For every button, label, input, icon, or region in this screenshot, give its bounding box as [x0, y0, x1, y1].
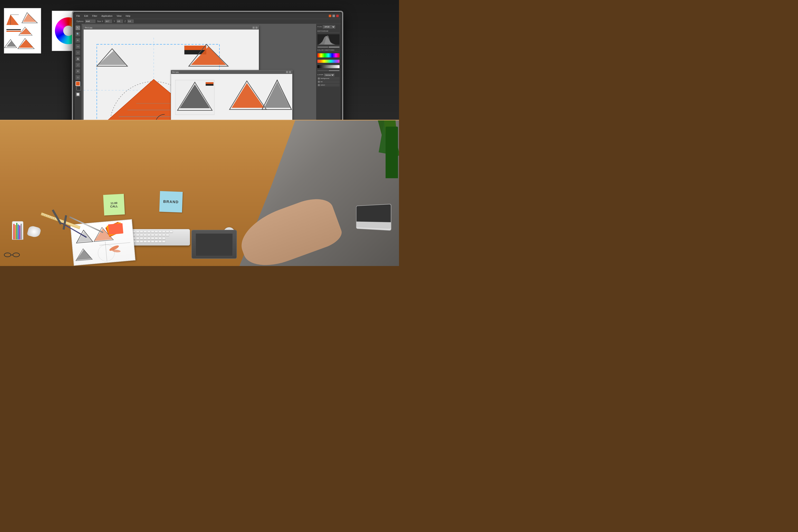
profile-select[interactable]: sRGB Adobe RGB [323, 25, 335, 28]
keyboard-key[interactable] [136, 230, 139, 233]
layer-visibility-sel[interactable] [318, 84, 320, 86]
menu-application[interactable]: Application [101, 15, 113, 17]
doc2-minimize[interactable] [286, 71, 288, 73]
ellipse-tool[interactable]: ○ [76, 51, 80, 55]
keyboard-key[interactable] [162, 237, 166, 240]
menu-bar: File Edit Filter Application View Help [74, 13, 341, 19]
fg-color[interactable] [76, 81, 80, 86]
keyboard-key[interactable] [162, 230, 166, 233]
keyboard-key[interactable] [140, 234, 143, 236]
svg-rect-20 [185, 45, 206, 50]
glasses-left-lens [4, 252, 11, 257]
color-fan [107, 220, 125, 235]
layer-visibility-bg[interactable] [318, 77, 320, 79]
keyboard-key[interactable] [136, 237, 139, 240]
doc-titlebar-1: file12.jpg [84, 26, 259, 30]
drawing-tablet[interactable] [191, 230, 237, 259]
keyboard-key[interactable] [140, 237, 143, 240]
keyboard-key[interactable] [151, 234, 154, 236]
rectangle-tool[interactable]: ▭ [76, 44, 80, 49]
crop-tool[interactable]: ⊹ [76, 75, 80, 80]
doc-titlebar-2: file2.jpg [171, 70, 292, 74]
keyboard-key[interactable] [151, 230, 154, 233]
svg-marker-18 [98, 51, 126, 65]
extra-tool[interactable]: ⬜ [76, 92, 80, 97]
move-tool[interactable]: ↖ [76, 25, 80, 30]
keyboard-key[interactable] [151, 237, 154, 240]
color-gradient[interactable] [318, 65, 340, 68]
keyboard-key[interactable] [151, 241, 154, 243]
options-level-input[interactable] [85, 20, 95, 23]
tablet-surface[interactable] [195, 233, 233, 256]
keyboard-key[interactable] [144, 234, 147, 236]
layer-visibility-bd[interactable] [318, 81, 320, 83]
keyboard-key[interactable] [144, 237, 147, 240]
size-y-input[interactable] [117, 20, 123, 23]
keyboard-key[interactable] [140, 230, 143, 233]
keyboard-key[interactable] [140, 241, 143, 243]
menu-help[interactable]: Help [126, 15, 130, 17]
svg-line-61 [105, 242, 107, 261]
menu-edit[interactable]: Edit [84, 15, 88, 17]
menu-file[interactable]: File [76, 15, 80, 17]
layer-select[interactable]: select [318, 84, 340, 87]
sticky-blue-text: BRAND [163, 199, 179, 204]
text-italic-tool[interactable]: i [76, 63, 80, 67]
plant [374, 120, 399, 179]
keyboard-key[interactable] [162, 241, 166, 243]
sticky-green-line2: CALL [110, 205, 118, 208]
zoom-tool[interactable]: 🔍 [76, 32, 80, 36]
restore-button[interactable] [332, 15, 335, 17]
keyboard-key[interactable] [158, 241, 162, 243]
keyboard-key[interactable] [136, 241, 139, 243]
keyboard-key[interactable] [155, 234, 158, 236]
glasses-bridge [11, 255, 13, 255]
brush-tool[interactable]: ✏ [76, 38, 80, 42]
desk-surface: 11:00 CALL BRAND // This will be done vi… [0, 120, 399, 266]
keyboard-key[interactable] [158, 237, 162, 240]
doc-close[interactable] [255, 27, 258, 29]
keyboard-key[interactable] [147, 230, 151, 233]
keyboard-key[interactable] [144, 241, 147, 243]
menu-filter[interactable]: Filter [92, 15, 97, 17]
transform-tool[interactable]: ✕ [76, 69, 80, 74]
keyboard-key[interactable] [144, 230, 147, 233]
text-tool[interactable]: A [76, 57, 80, 61]
svg-rect-37 [206, 82, 213, 84]
minimize-button[interactable] [329, 15, 331, 17]
keyboard-key[interactable] [147, 237, 151, 240]
glasses [4, 252, 20, 259]
svg-marker-41 [264, 82, 290, 108]
keyboard-key[interactable] [147, 234, 151, 236]
menu-view[interactable]: View [117, 15, 122, 17]
keyboard-key[interactable] [158, 234, 162, 236]
color-spectrum-2[interactable] [318, 60, 340, 63]
doc-minimize[interactable] [252, 27, 255, 29]
sticky-note-green: 11:00 CALL [103, 194, 125, 215]
layer-background[interactable]: background [318, 77, 340, 80]
size-z-label: Z [125, 20, 126, 22]
layer-mode-select[interactable]: Normal Multiply [324, 74, 334, 76]
doc2-close[interactable] [289, 71, 291, 73]
size-x-input[interactable] [105, 20, 112, 23]
svg-marker-4 [23, 14, 36, 22]
keyboard-key[interactable] [166, 230, 169, 233]
close-button[interactable] [336, 15, 339, 17]
pencil-red [14, 224, 15, 239]
keyboard-key[interactable] [170, 230, 173, 233]
keyboard-key[interactable] [162, 234, 166, 236]
keyboard-key[interactable] [158, 230, 162, 233]
color-spectrum[interactable] [318, 53, 340, 57]
keyboard-key[interactable] [147, 241, 151, 243]
pencil-blue [18, 225, 19, 239]
keyboard-key[interactable] [155, 230, 158, 233]
keyboard-key[interactable] [166, 234, 169, 236]
doc-win-controls-1 [252, 27, 258, 29]
keyboard-key[interactable] [155, 237, 158, 240]
keyboard-key[interactable] [155, 241, 158, 243]
bg-color[interactable] [76, 86, 81, 91]
size-z-input[interactable] [128, 20, 134, 23]
layer-bd[interactable]: bd [318, 80, 340, 83]
pencil-purple [19, 225, 20, 239]
keyboard-key[interactable] [136, 234, 139, 236]
